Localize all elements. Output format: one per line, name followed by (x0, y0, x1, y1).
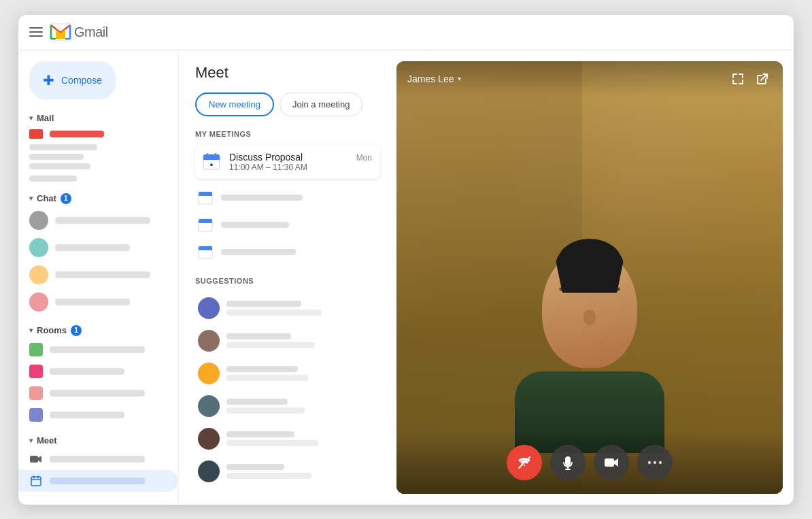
meeting-item-2[interactable] (195, 184, 380, 212)
inbox-icon (29, 129, 43, 139)
video-header-actions (728, 69, 772, 88)
meet-panel: Meet New meeting Join a meeting MY MEETI… (179, 50, 396, 505)
video-background (396, 61, 783, 494)
chat-badge: 1 (61, 193, 71, 204)
rooms-section-header[interactable]: ▾ Rooms 1 (18, 322, 178, 339)
meet-calendar-label-ph (50, 478, 145, 484)
chat-avatar-4 (29, 292, 48, 312)
video-container: James Lee ▾ (396, 61, 783, 494)
end-call-button[interactable] (507, 445, 542, 480)
video-panel: James Lee ▾ (396, 61, 783, 494)
video-controls (396, 431, 783, 494)
participant-name-area[interactable]: James Lee ▾ (407, 73, 461, 84)
meet-chevron-icon: ▾ (29, 437, 33, 444)
chat-item-1[interactable] (18, 207, 178, 234)
meet-section-header[interactable]: ▾ Meet (18, 433, 178, 448)
chat-name-ph-1 (55, 217, 150, 224)
svg-rect-5 (203, 157, 220, 160)
chat-section-label: Chat (37, 193, 56, 203)
suggestion-detail-ph-5 (226, 440, 318, 446)
suggestion-avatar-1 (198, 297, 220, 319)
suggestion-name-ph-2 (226, 333, 291, 339)
chat-name-ph-4 (55, 299, 130, 305)
meeting-cal-icon-2 (198, 190, 214, 206)
my-meetings-label: MY MEETINGS (195, 130, 380, 138)
suggestion-name-ph-3 (226, 366, 298, 372)
room-name-ph-4 (50, 412, 124, 418)
featured-meeting-card[interactable]: ● Discuss Proposal 11:00 AM – 11:30 AM M… (195, 145, 380, 179)
content-area: Meet New meeting Join a meeting MY MEETI… (179, 50, 794, 505)
calendar-icon (29, 474, 43, 488)
mail-section-header[interactable]: ▾ Mail (18, 110, 178, 126)
expand-icon[interactable] (728, 69, 747, 88)
meet-section-label: Meet (37, 435, 57, 446)
suggestion-name-ph-4 (226, 399, 288, 405)
compose-label: Compose (61, 75, 102, 86)
meet-action-buttons: New meeting Join a meeting (195, 93, 380, 116)
meet-new-meeting-item[interactable] (18, 448, 178, 470)
suggestion-name-ph-1 (226, 301, 301, 307)
chat-item-3[interactable] (18, 261, 178, 288)
suggestion-avatar-4 (198, 395, 220, 417)
mute-button[interactable] (550, 445, 586, 480)
chat-chevron-icon: ▾ (29, 195, 33, 202)
meet-calendar-item[interactable] (18, 470, 178, 492)
mail-ph-4 (29, 175, 77, 182)
room-icon-3 (29, 386, 43, 400)
suggestion-name-ph-6 (226, 464, 284, 470)
suggestion-avatar-2 (198, 330, 220, 352)
mail-ph-3 (29, 163, 90, 169)
compose-button[interactable]: ✚ Compose (29, 61, 116, 99)
external-link-icon[interactable] (753, 69, 772, 88)
suggestion-item-1[interactable] (195, 292, 380, 324)
hamburger-menu-button[interactable] (29, 27, 43, 37)
room-icon-1 (29, 343, 43, 356)
room-item-1[interactable] (18, 339, 178, 361)
top-bar: Gmail (18, 15, 794, 50)
room-icon-4 (29, 408, 43, 422)
chat-name-ph-2 (55, 244, 130, 251)
chat-item-2[interactable] (18, 234, 178, 261)
suggestion-item-2[interactable] (195, 324, 380, 357)
more-options-button[interactable] (637, 445, 673, 480)
camera-button[interactable] (594, 445, 629, 480)
suggestion-item-5[interactable] (195, 422, 380, 455)
svg-text:●: ● (209, 161, 213, 168)
meeting-cal-icon-3 (198, 217, 214, 233)
gmail-window: Gmail ✚ Compose ▾ Mail (18, 15, 794, 505)
room-item-4[interactable] (18, 404, 178, 426)
meeting-cal-icon-4 (198, 244, 214, 261)
suggestion-item-4[interactable] (195, 390, 380, 422)
rooms-section-label: Rooms (37, 325, 67, 335)
svg-rect-1 (30, 456, 38, 463)
meeting-item-3[interactable] (195, 212, 380, 239)
suggestion-detail-ph-1 (226, 309, 322, 316)
meeting-item-4[interactable] (195, 239, 380, 266)
suggestion-name-ph-5 (226, 431, 294, 437)
app-title: Gmail (74, 24, 108, 40)
chat-item-4[interactable] (18, 288, 178, 316)
person-hair (556, 239, 624, 293)
mail-ph-1 (29, 144, 97, 150)
mail-inbox-item[interactable] (18, 126, 178, 142)
mail-ph-2 (29, 154, 84, 160)
new-meeting-button[interactable]: New meeting (195, 93, 274, 116)
svg-point-20 (648, 461, 651, 464)
svg-point-21 (654, 461, 656, 464)
meeting-info: Discuss Proposal 11:00 AM – 11:30 AM (229, 152, 373, 172)
video-header: James Lee ▾ (396, 61, 783, 97)
join-meeting-button[interactable]: Join a meeting (280, 93, 363, 116)
room-item-3[interactable] (18, 382, 178, 404)
svg-rect-12 (199, 222, 212, 223)
chat-section-header[interactable]: ▾ Chat 1 (18, 190, 178, 207)
participant-name: James Lee (407, 73, 454, 84)
suggestion-detail-ph-3 (226, 375, 308, 381)
suggestion-detail-ph-6 (226, 473, 311, 479)
suggestion-item-6[interactable] (195, 455, 380, 488)
nose (583, 310, 596, 325)
room-name-ph-1 (50, 346, 145, 353)
room-item-2[interactable] (18, 361, 178, 382)
chat-avatar-2 (29, 238, 48, 257)
room-icon-2 (29, 365, 43, 378)
suggestion-item-3[interactable] (195, 357, 380, 390)
